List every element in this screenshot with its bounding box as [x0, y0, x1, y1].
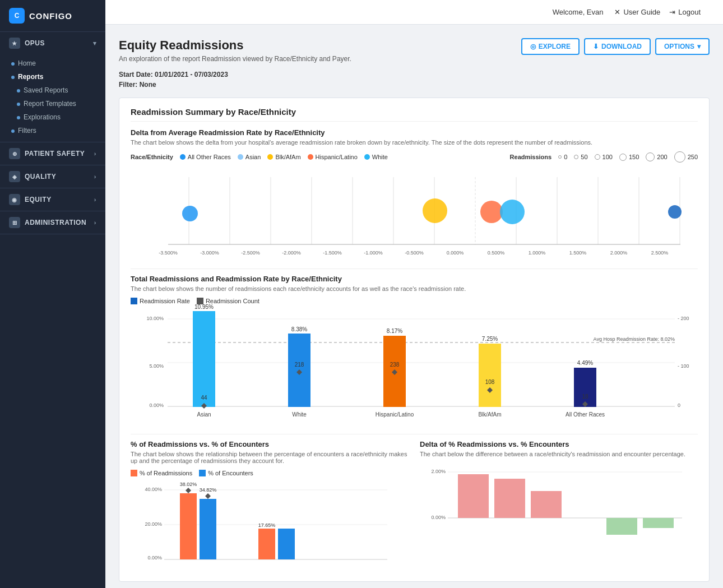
size-250 [674, 151, 685, 163]
pct-chart-svg: 40.00% 20.00% 0.00% 38.02% [131, 481, 409, 571]
administration-chevron: › [94, 219, 96, 226]
bar-chart-svg: 10.00% 5.00% 0.00% - 200 - 100 0 Avg Hos… [131, 309, 698, 427]
svg-text:0.00%: 0.00% [431, 515, 446, 520]
filter-label: Filter: [119, 81, 137, 89]
race-legend: Race/Ethnicity All Other Races Asian Blk… [131, 154, 388, 160]
page-subtitle: An exploration of the report Readmission… [119, 55, 351, 63]
legend-pct-readmissions: % of Readmissions [131, 470, 192, 476]
user-guide-icon: ✕ [614, 8, 620, 16]
download-icon: ⬇ [593, 43, 599, 50]
bubble-chart-svg: -3.500% -3.000% -2.500% -2.000% -1.500% … [131, 172, 698, 261]
readmission-rate-swatch [131, 298, 137, 304]
sidebar-item-filters[interactable]: Filters [0, 124, 105, 137]
sidebar-item-home[interactable]: Home [0, 57, 105, 70]
administration-icon: ⊞ [9, 217, 20, 228]
svg-text:8.38%: 8.38% [291, 326, 307, 332]
svg-text:2.00%: 2.00% [431, 469, 446, 474]
readmissions-legend: Readmissions 0 50 100 150 200 250 [510, 151, 698, 163]
delta-bar-3 [531, 491, 562, 518]
svg-text:2.500%: 2.500% [651, 250, 669, 256]
bar-chart-desc: The chart below shows the number of read… [131, 285, 698, 292]
svg-text:All Other Races: All Other Races [566, 411, 605, 418]
sidebar-section-quality: ◈ QUALITY › [0, 165, 105, 188]
pct-read-1-diamond [186, 488, 191, 493]
download-button[interactable]: ⬇ DOWNLOAD [584, 38, 651, 55]
patient-safety-chevron: › [94, 150, 96, 157]
pct-encounters-swatch [199, 470, 206, 476]
svg-text:White: White [292, 411, 307, 418]
legend-pct-encounters: % of Encounters [199, 470, 253, 476]
sidebar-item-reports[interactable]: Reports [0, 70, 105, 84]
svg-text:- 200: - 200 [678, 316, 689, 321]
opus-icon: ★ [9, 38, 20, 49]
svg-text:18: 18 [582, 393, 588, 400]
explore-icon: ◎ [530, 43, 536, 50]
svg-text:17.65%: 17.65% [258, 522, 276, 528]
opus-nav: Home Reports Saved Reports Report Templa… [0, 54, 105, 142]
delta-pct-title: Delta of % Readmissions vs. % Encounters [420, 440, 698, 448]
administration-label: ADMINISTRATION [25, 219, 86, 226]
logout-icon: ⇥ [669, 8, 675, 16]
explore-button[interactable]: ◎ EXPLORE [521, 38, 580, 55]
svg-text:10.95%: 10.95% [194, 304, 214, 310]
sidebar-opus-header[interactable]: ★ OPUS ▾ [0, 32, 105, 54]
options-chevron-icon: ▾ [697, 43, 701, 50]
options-label: OPTIONS [664, 43, 694, 50]
user-guide-link[interactable]: ✕ User Guide [614, 8, 660, 16]
svg-text:40.00%: 40.00% [145, 487, 162, 492]
sidebar-logo: C CONFIGO [0, 0, 105, 32]
bar-blkafam-rate [479, 344, 501, 407]
svg-text:-1.000%: -1.000% [364, 250, 383, 256]
sidebar-equity-header[interactable]: ◉ EQUITY › [0, 188, 105, 211]
logout-link[interactable]: ⇥ Logout [669, 8, 701, 16]
legend-all-other-races: All Other Races [180, 154, 231, 160]
svg-text:5.00%: 5.00% [149, 363, 164, 369]
sidebar-section-opus: ★ OPUS ▾ Home Reports Saved Reports Repo… [0, 32, 105, 142]
sidebar-administration-header[interactable]: ⊞ ADMINISTRATION › [0, 211, 105, 234]
bar-pct-enc-1 [200, 499, 216, 559]
bar-all-other-rate [574, 368, 596, 407]
sidebar-patient-safety-header[interactable]: ⊕ PATIENT SAFETY › [0, 142, 105, 165]
delta-pct-chart: Delta of % Readmissions vs. % Encounters… [420, 440, 698, 572]
equity-label: EQUITY [25, 196, 52, 203]
sidebar-item-saved-reports[interactable]: Saved Reports [0, 84, 105, 97]
svg-text:Hispanic/Latino: Hispanic/Latino [376, 411, 414, 418]
legend-white: White [364, 154, 388, 160]
svg-text:Blk/AfAm: Blk/AfAm [478, 411, 501, 418]
svg-text:4.49%: 4.49% [577, 360, 593, 366]
opus-chevron: ▾ [93, 40, 97, 47]
quality-label: QUALITY [25, 173, 56, 180]
svg-text:34.82%: 34.82% [200, 487, 217, 493]
delta-bar-5 [643, 518, 674, 528]
options-button[interactable]: OPTIONS ▾ [655, 38, 710, 55]
size-200 [646, 152, 655, 161]
bar-pct-read-1 [180, 493, 197, 559]
legend-readmission-rate: Readmission Rate [131, 298, 190, 304]
legend-blkafam: Blk/AfAm [267, 154, 300, 160]
download-label: DOWNLOAD [601, 43, 642, 50]
filter-value: None [140, 81, 156, 89]
sidebar-item-report-templates[interactable]: Report Templates [0, 97, 105, 110]
bubble-blkafam [423, 198, 447, 223]
pct-readmissions-chart: % of Readmissions vs. % of Encounters Th… [131, 440, 409, 572]
bottom-charts: % of Readmissions vs. % of Encounters Th… [131, 440, 698, 572]
readmissions-legend-label: Readmissions [510, 154, 552, 160]
svg-text:38.02%: 38.02% [180, 481, 197, 487]
svg-text:238: 238 [390, 362, 400, 368]
start-date-value: 01/01/2021 - 07/03/2023 [155, 71, 228, 78]
sidebar-item-explorations[interactable]: Explorations [0, 110, 105, 124]
bar-asian-rate [193, 311, 215, 407]
sidebar-quality-header[interactable]: ◈ QUALITY › [0, 165, 105, 188]
page-title: Equity Readmissions [119, 38, 351, 53]
svg-text:-1.500%: -1.500% [323, 250, 342, 256]
configo-logo-icon: C [9, 8, 25, 24]
race-legend-label: Race/Ethnicity [131, 154, 173, 160]
delta-chart-svg: 2.00% 0.00% [420, 463, 698, 553]
date-filter-row: Start Date: 01/01/2021 - 07/03/2023 [119, 71, 710, 78]
white-dot [364, 154, 370, 160]
delta-pct-desc: The chart below the difference between a… [420, 451, 698, 457]
delta-bar-1 [458, 474, 489, 518]
svg-text:8.17%: 8.17% [387, 328, 402, 334]
page-header: Equity Readmissions An exploration of th… [119, 38, 710, 63]
sidebar-section-patient-safety: ⊕ PATIENT SAFETY › [0, 142, 105, 165]
